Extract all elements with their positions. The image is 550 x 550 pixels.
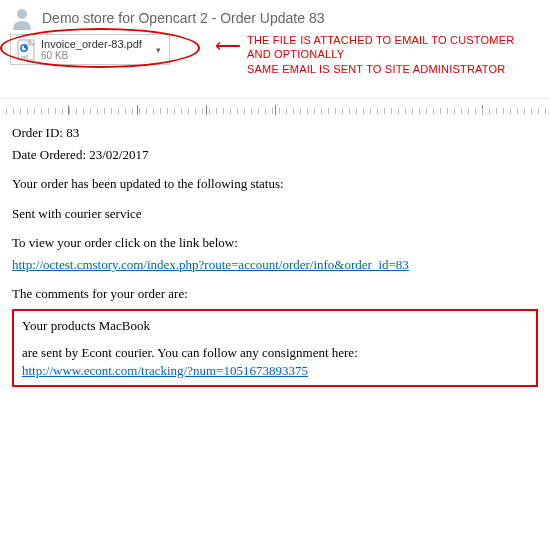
svg-text:pdf: pdf <box>21 53 29 59</box>
arrow-left-icon: ⟵ <box>215 37 241 55</box>
order-link[interactable]: http://octest.cmstory.com/index.php?rout… <box>12 257 409 272</box>
order-link-row: http://octest.cmstory.com/index.php?rout… <box>12 256 538 274</box>
email-subject: Demo store for Opencart 2 - Order Update… <box>42 10 324 26</box>
comment-line1: Your products MacBook <box>22 317 528 335</box>
order-date: Date Ordered: 23/02/2017 <box>12 146 538 164</box>
attachment-chip[interactable]: pdf Invoice_order-83.pdf 60 KB ▾ <box>10 34 170 65</box>
link-intro: To view your order click on the link bel… <box>12 234 538 252</box>
attachment-info: Invoice_order-83.pdf 60 KB <box>41 38 148 61</box>
chevron-down-icon[interactable]: ▾ <box>154 45 163 55</box>
status-value: Sent with courier service <box>12 205 538 223</box>
comments-intro: The comments for your order are: <box>12 285 538 303</box>
pdf-icon: pdf <box>17 39 35 61</box>
comment-prefix: are sent by Econt courier. You can follo… <box>22 345 358 360</box>
annotation: ⟵ THE FILE IS ATTACHED TO EMAIL TO CUSTO… <box>215 33 550 76</box>
status-intro: Your order has been updated to the follo… <box>12 175 538 193</box>
order-id: Order ID: 83 <box>12 124 538 142</box>
annotation-line: SAME EMAIL IS SENT TO SITE ADMINISTRATOR <box>247 62 514 76</box>
annotation-text: THE FILE IS ATTACHED TO EMAIL TO CUSTOME… <box>247 33 514 76</box>
attachment-size: 60 KB <box>41 50 148 61</box>
attachment-name: Invoice_order-83.pdf <box>41 38 148 50</box>
svg-point-0 <box>17 9 27 19</box>
tracking-link[interactable]: http://www.econt.com/tracking/?num=10516… <box>22 363 308 378</box>
comment-line2: are sent by Econt courier. You can follo… <box>22 344 528 379</box>
comment-box: Your products MacBook are sent by Econt … <box>12 309 538 388</box>
email-body: Order ID: 83 Date Ordered: 23/02/2017 Yo… <box>0 116 550 395</box>
sender-icon <box>10 6 34 30</box>
annotation-line: THE FILE IS ATTACHED TO EMAIL TO CUSTOME… <box>247 33 514 47</box>
annotation-line: AND OPTIONALLY <box>247 47 514 61</box>
email-header: Demo store for Opencart 2 - Order Update… <box>0 0 550 32</box>
ruler <box>0 98 550 116</box>
